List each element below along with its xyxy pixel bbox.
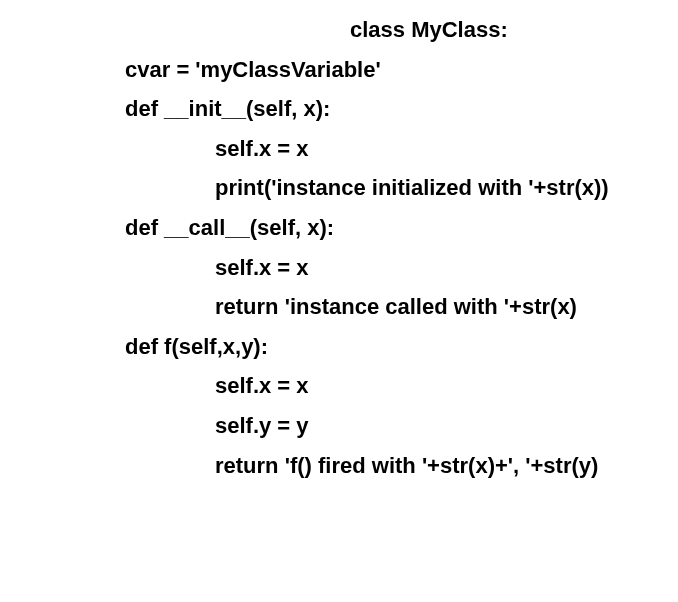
code-line-8: return 'instance called with '+str(x): [30, 287, 648, 327]
code-line-2: cvar = 'myClassVariable': [30, 50, 648, 90]
code-line-10: self.x = x: [30, 366, 648, 406]
code-line-5: print('instance initialized with '+str(x…: [30, 168, 648, 208]
code-line-9: def f(self,x,y):: [30, 327, 648, 367]
code-block: class MyClass: cvar = 'myClassVariable' …: [30, 10, 648, 485]
code-line-3: def __init__(self, x):: [30, 89, 648, 129]
code-line-7: self.x = x: [30, 248, 648, 288]
code-line-4: self.x = x: [30, 129, 648, 169]
code-line-6: def __call__(self, x):: [30, 208, 648, 248]
code-line-12: return 'f() fired with '+str(x)+', '+str…: [30, 446, 648, 486]
code-line-1: class MyClass:: [30, 10, 648, 50]
code-line-11: self.y = y: [30, 406, 648, 446]
